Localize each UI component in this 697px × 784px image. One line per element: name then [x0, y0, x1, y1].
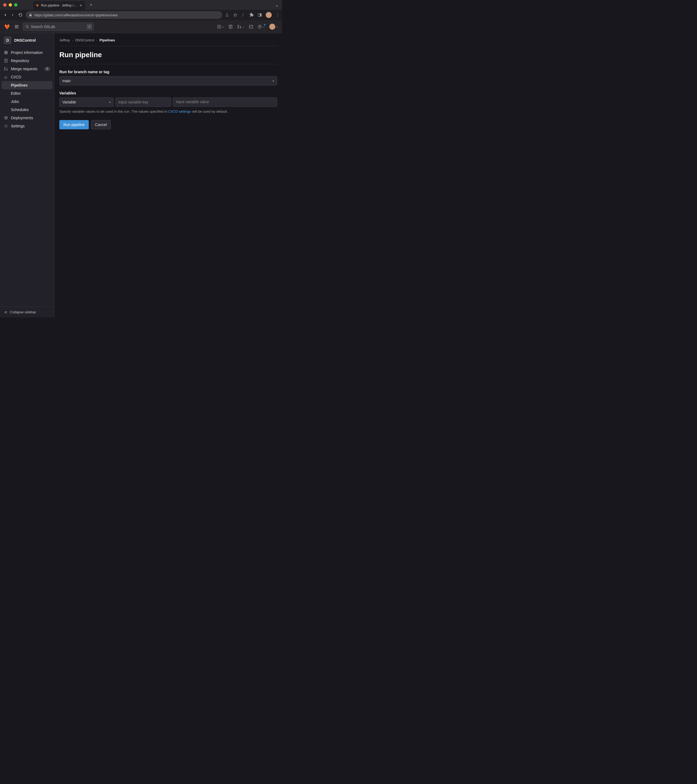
close-window-button[interactable]	[3, 3, 7, 7]
svg-point-7	[240, 27, 241, 28]
collapse-label: Collapse sidebar	[10, 310, 36, 314]
user-avatar	[269, 24, 275, 30]
main-content: Jeffrey › DNSControl › Pipelines Run pip…	[54, 33, 282, 318]
sidebar-item-merge-requests[interactable]: Merge requests 0	[0, 65, 54, 73]
sidebar-item-project-information[interactable]: Project information	[0, 48, 54, 57]
project-name: DNSControl	[14, 38, 36, 43]
branch-select[interactable]: main ▾	[59, 76, 277, 86]
project-sidebar: D DNSControl Project information Reposit…	[0, 33, 54, 318]
reload-button[interactable]	[18, 13, 23, 17]
sidebar-subitem-jobs[interactable]: Jobs	[0, 97, 54, 105]
sidebar-item-label: Editor	[11, 91, 21, 96]
variables-help-text: Specify variable values to be used in th…	[59, 109, 277, 114]
svg-point-13	[7, 69, 7, 70]
breadcrumb-separator-icon: ›	[96, 39, 97, 42]
collapse-sidebar-button[interactable]: Collapse sidebar	[0, 306, 54, 318]
variables-label: Variables	[59, 91, 277, 95]
variable-type-value: Variable	[63, 100, 76, 104]
sidebar-item-settings[interactable]: Settings	[0, 122, 54, 130]
tabs-dropdown-icon[interactable]: ⌄	[275, 2, 279, 8]
svg-rect-1	[260, 13, 261, 16]
url-text: https://gitlab.com/cafferata/dnscontrol/…	[34, 13, 118, 17]
sidebar-item-label: Schedules	[11, 107, 29, 112]
project-initial-badge: D	[4, 36, 12, 44]
share-icon[interactable]	[225, 13, 229, 17]
svg-point-6	[238, 27, 239, 28]
browser-tab[interactable]: Run pipeline · Jeffrey / DNSCo… ✕	[33, 1, 85, 10]
gitlab-navbar: Search GitLab / ⌄ ⌄ ⌄ ⌄	[0, 20, 282, 33]
lock-icon	[29, 13, 32, 16]
user-menu[interactable]: ⌄	[269, 24, 278, 30]
create-new-button[interactable]: ⌄	[217, 25, 224, 29]
gear-icon	[4, 124, 8, 128]
todos-icon[interactable]	[249, 25, 253, 29]
close-tab-icon[interactable]: ✕	[79, 3, 82, 7]
hamburger-menu-icon[interactable]	[14, 24, 19, 29]
breadcrumb-separator-icon: ›	[72, 39, 73, 42]
repository-icon	[4, 59, 8, 63]
svg-point-11	[4, 67, 5, 68]
forward-button[interactable]	[10, 13, 15, 17]
minimize-window-button[interactable]	[9, 3, 12, 7]
sidebar-subitem-schedules[interactable]: Schedules	[0, 105, 54, 114]
mr-count-badge: 0	[44, 67, 50, 71]
address-bar[interactable]: https://gitlab.com/cafferata/dnscontrol/…	[26, 11, 222, 19]
new-tab-button[interactable]: +	[90, 2, 92, 7]
page-title: Run pipeline	[59, 51, 277, 64]
sidebar-subitem-editor[interactable]: Editor	[0, 89, 54, 97]
sidebar-nav: Project information Repository Merge req…	[0, 47, 54, 131]
browser-profile-avatar[interactable]	[266, 12, 272, 18]
panel-icon[interactable]	[257, 13, 262, 17]
variable-type-select[interactable]: Variable ▾	[59, 97, 114, 107]
help-icon[interactable]: ⌄	[257, 25, 265, 29]
branch-value: main	[63, 79, 71, 83]
breadcrumb-item[interactable]: Jeffrey	[59, 38, 70, 42]
sidebar-item-label: Deployments	[11, 116, 33, 120]
sidebar-item-label: Project information	[11, 50, 43, 55]
maximize-window-button[interactable]	[14, 3, 17, 7]
gitlab-logo-icon[interactable]	[4, 23, 10, 30]
cicd-settings-link[interactable]: CI/CD settings	[168, 109, 191, 114]
search-icon	[25, 25, 29, 29]
help-text-post: will be used by default.	[191, 109, 228, 114]
run-pipeline-button[interactable]: Run pipeline	[59, 120, 89, 129]
sidebar-item-label: Merge requests	[11, 67, 37, 71]
deployments-icon	[4, 116, 8, 120]
svg-point-14	[5, 125, 7, 127]
variable-key-input[interactable]	[115, 97, 171, 107]
bookmark-icon[interactable]	[233, 13, 237, 17]
branch-label: Run for branch name or tag	[59, 70, 277, 74]
sidebar-item-label: Repository	[11, 59, 29, 63]
merge-requests-icon[interactable]: ⌄	[237, 25, 244, 29]
toolbar-actions: ⋮	[225, 12, 279, 18]
chevron-down-icon: ▾	[272, 79, 274, 83]
sidebar-item-cicd[interactable]: CI/CD	[0, 73, 54, 81]
script-icon[interactable]	[241, 13, 246, 17]
cicd-icon	[4, 75, 8, 79]
breadcrumb-item[interactable]: DNSControl	[75, 38, 94, 42]
variable-value-input[interactable]	[173, 97, 277, 107]
project-header[interactable]: D DNSControl	[0, 33, 54, 47]
breadcrumb: Jeffrey › DNSControl › Pipelines	[59, 38, 277, 46]
tab-title: Run pipeline · Jeffrey / DNSCo…	[41, 3, 77, 7]
cancel-button[interactable]: Cancel	[91, 120, 111, 129]
svg-point-5	[238, 25, 239, 26]
browser-menu-icon[interactable]: ⋮	[275, 13, 279, 17]
search-shortcut-key: /	[87, 24, 92, 29]
extensions-icon[interactable]	[249, 13, 254, 17]
sidebar-subitem-pipelines[interactable]: Pipelines	[2, 81, 53, 89]
search-input[interactable]: Search GitLab /	[23, 23, 94, 31]
window-controls	[3, 3, 17, 7]
svg-point-12	[4, 69, 5, 70]
variable-row: Variable ▾	[59, 97, 277, 107]
sidebar-item-repository[interactable]: Repository	[0, 57, 54, 65]
issues-icon[interactable]	[228, 25, 233, 29]
breadcrumb-current: Pipelines	[99, 38, 115, 42]
chevrons-left-icon	[4, 310, 8, 314]
sidebar-item-label: Settings	[11, 124, 25, 128]
merge-request-icon	[4, 67, 8, 71]
sidebar-item-deployments[interactable]: Deployments	[0, 114, 54, 122]
back-button[interactable]	[3, 13, 8, 17]
project-info-icon	[4, 50, 8, 55]
svg-rect-10	[5, 59, 7, 63]
